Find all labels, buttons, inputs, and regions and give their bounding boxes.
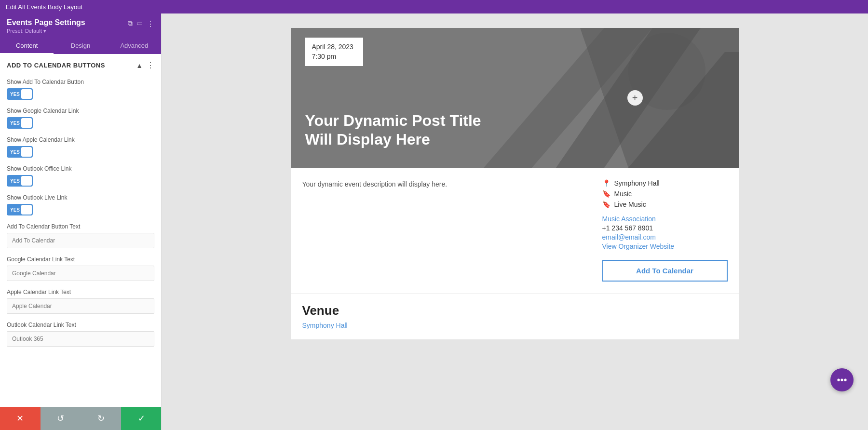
redo-icon: ↻ xyxy=(97,413,105,424)
category-name-2: Live Music xyxy=(614,201,646,208)
tab-design[interactable]: Design xyxy=(54,38,107,54)
preset-label[interactable]: Preset: Default ▾ xyxy=(7,28,85,34)
organizer-website-link[interactable]: View Organizer Website xyxy=(602,242,728,250)
toggle-wrap-google: YES xyxy=(7,117,154,129)
hero-date-box: April 28, 2023 7:30 pm xyxy=(305,38,363,66)
window-icon-2[interactable]: ▭ xyxy=(136,19,143,28)
save-icon: ✓ xyxy=(138,413,145,424)
label-show-apple-calendar: Show Apple Calendar Link xyxy=(7,136,154,143)
toggle-yes-label-5: YES xyxy=(7,207,20,213)
label-add-to-calendar-text: Add To Calendar Button Text xyxy=(7,223,154,230)
sidebar-tabs: Content Design Advanced xyxy=(0,38,161,54)
event-body: Your dynamic event description will disp… xyxy=(291,168,739,293)
tab-content[interactable]: Content xyxy=(0,38,54,54)
top-bar-title: Edit All Events Body Layout xyxy=(6,3,82,11)
category-live-music: 🔖 Live Music xyxy=(602,201,728,208)
toggle-google-calendar[interactable]: YES xyxy=(7,117,33,129)
save-button[interactable]: ✓ xyxy=(121,407,162,430)
toggle-yes-label-3: YES xyxy=(7,149,20,155)
toggle-thumb-5 xyxy=(21,205,32,215)
toggle-thumb-3 xyxy=(21,147,32,157)
setting-google-calendar-text: Google Calendar Link Text xyxy=(0,252,161,285)
toggle-apple-calendar[interactable]: YES xyxy=(7,146,33,158)
undo-button[interactable]: ↺ xyxy=(41,407,81,430)
section-header: Add To Calendar Buttons ▲ ⋮ xyxy=(0,54,161,75)
undo-icon: ↺ xyxy=(57,413,64,424)
toggle-yes-label-2: YES xyxy=(7,121,20,126)
label-google-calendar-text: Google Calendar Link Text xyxy=(7,256,154,263)
hero-date: April 28, 2023 xyxy=(312,42,356,52)
toggle-outlook-office[interactable]: YES xyxy=(7,175,33,187)
tab-advanced[interactable]: Advanced xyxy=(108,38,161,54)
collapse-icon[interactable]: ▲ xyxy=(136,62,143,69)
section-more-icon[interactable]: ⋮ xyxy=(147,61,154,70)
setting-show-google-calendar: Show Google Calendar Link YES xyxy=(0,104,161,133)
label-show-outlook-office: Show Outlook Office Link xyxy=(7,165,154,172)
toggle-outlook-live[interactable]: YES xyxy=(7,204,33,215)
input-apple-calendar-text[interactable] xyxy=(7,298,154,314)
hero-image: April 28, 2023 7:30 pm Your Dynamic Post… xyxy=(291,28,739,168)
event-description-text: Your dynamic event description will disp… xyxy=(302,179,588,189)
sidebar-header: Events Page Settings Preset: Default ▾ ⧉… xyxy=(0,13,161,38)
add-to-calendar-button[interactable]: Add To Calendar xyxy=(602,260,728,282)
organizer-name-link[interactable]: Music Association xyxy=(602,215,728,223)
toggle-yes-label-1: YES xyxy=(7,92,20,97)
setting-show-add-to-calendar: Show Add To Calendar Button YES xyxy=(0,75,161,104)
tag-icon-1: 🔖 xyxy=(602,190,610,198)
setting-show-outlook-office: Show Outlook Office Link YES xyxy=(0,161,161,190)
fab-button[interactable]: ••• xyxy=(830,368,854,391)
location-icon: 📍 xyxy=(602,179,610,187)
venue-link[interactable]: Symphony Hall xyxy=(302,322,348,329)
sidebar-content: Add To Calendar Buttons ▲ ⋮ Show Add To … xyxy=(0,54,161,430)
setting-show-outlook-live: Show Outlook Live Link YES xyxy=(0,190,161,219)
main-layout: Events Page Settings Preset: Default ▾ ⧉… xyxy=(0,13,868,430)
organizer-email-link[interactable]: email@email.com xyxy=(602,233,728,241)
window-icon-1[interactable]: ⧉ xyxy=(128,19,133,28)
label-show-google-calendar: Show Google Calendar Link xyxy=(7,108,154,114)
category-music: 🔖 Music xyxy=(602,190,728,198)
toggle-wrap-apple: YES xyxy=(7,146,154,158)
top-bar: Edit All Events Body Layout xyxy=(0,0,868,13)
label-show-add-to-calendar: Show Add To Calendar Button xyxy=(7,79,154,85)
setting-apple-calendar-text: Apple Calendar Link Text xyxy=(0,285,161,318)
organizer-phone: +1 234 567 8901 xyxy=(602,224,728,232)
fab-dots-icon: ••• xyxy=(837,375,847,386)
setting-add-to-calendar-text: Add To Calendar Button Text xyxy=(0,219,161,252)
section-icons: ▲ ⋮ xyxy=(136,61,154,70)
setting-show-apple-calendar: Show Apple Calendar Link YES xyxy=(0,133,161,161)
tag-icon-2: 🔖 xyxy=(602,201,610,208)
label-show-outlook-live: Show Outlook Live Link xyxy=(7,194,154,201)
sidebar-title: Events Page Settings xyxy=(7,18,85,27)
setting-outlook-calendar-text: Outlook Calendar Link Text xyxy=(0,318,161,350)
label-apple-calendar-text: Apple Calendar Link Text xyxy=(7,289,154,296)
venue-section: Venue Symphony Hall xyxy=(291,293,739,339)
hero-title: Your Dynamic Post Title Will Display Her… xyxy=(305,111,498,148)
cancel-button[interactable]: ✕ xyxy=(0,407,41,430)
toggle-add-to-calendar[interactable]: YES xyxy=(7,88,33,100)
hero-add-button[interactable]: + xyxy=(627,90,643,106)
redo-button[interactable]: ↻ xyxy=(81,407,122,430)
content-area: April 28, 2023 7:30 pm Your Dynamic Post… xyxy=(162,13,868,430)
label-outlook-calendar-text: Outlook Calendar Link Text xyxy=(7,322,154,328)
toggle-thumb-2 xyxy=(21,118,32,128)
more-options-icon[interactable]: ⋮ xyxy=(147,19,154,28)
cancel-icon: ✕ xyxy=(16,413,24,424)
toggle-yes-label-4: YES xyxy=(7,178,20,184)
toggle-wrap-outlook-office: YES xyxy=(7,175,154,187)
input-outlook-calendar-text[interactable] xyxy=(7,331,154,347)
venue-info: 📍 Symphony Hall xyxy=(602,179,728,187)
organizer-section: Music Association +1 234 567 8901 email@… xyxy=(602,215,728,250)
input-google-calendar-text[interactable] xyxy=(7,266,154,281)
toggle-wrap-add-to-calendar: YES xyxy=(7,88,154,100)
event-info-sidebar: 📍 Symphony Hall 🔖 Music 🔖 Live Music xyxy=(602,179,728,282)
sidebar: Events Page Settings Preset: Default ▾ ⧉… xyxy=(0,13,162,430)
event-card: April 28, 2023 7:30 pm Your Dynamic Post… xyxy=(291,28,739,339)
toggle-thumb-1 xyxy=(21,89,32,99)
event-description: Your dynamic event description will disp… xyxy=(302,179,588,282)
venue-section-title: Venue xyxy=(302,303,728,318)
bottom-toolbar: ✕ ↺ ↻ ✓ xyxy=(0,407,162,430)
input-add-to-calendar-text[interactable] xyxy=(7,233,154,248)
venue-name: Symphony Hall xyxy=(614,179,660,187)
category-name-1: Music xyxy=(614,190,632,198)
toggle-wrap-outlook-live: YES xyxy=(7,204,154,215)
